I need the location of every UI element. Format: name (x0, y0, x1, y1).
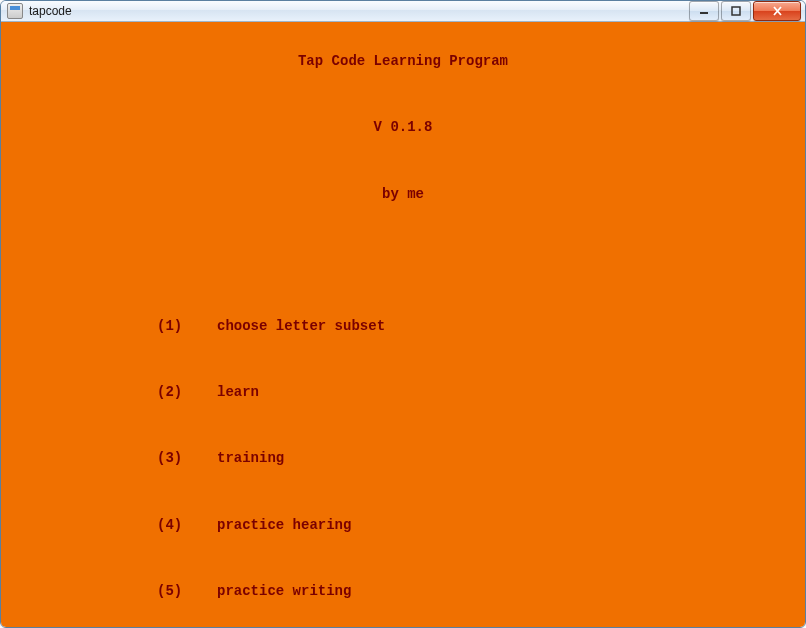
svg-rect-1 (732, 7, 740, 15)
menu-label: training (217, 450, 284, 467)
minimize-button[interactable] (689, 1, 719, 21)
menu-key: (1) (157, 318, 217, 335)
client-area: Tap Code Learning Program V 0.1.8 by me … (1, 22, 805, 628)
terminal[interactable]: Tap Code Learning Program V 0.1.8 by me … (7, 28, 799, 628)
titlebar[interactable]: tapcode (1, 1, 805, 22)
window-buttons (689, 1, 801, 21)
header-title: Tap Code Learning Program (7, 53, 799, 70)
menu-item[interactable]: (2)learn (7, 384, 799, 401)
header-author: by me (7, 186, 799, 203)
menu-label: practice hearing (217, 517, 351, 534)
menu-key: (2) (157, 384, 217, 401)
menu-item[interactable]: (4)practice hearing (7, 517, 799, 534)
header-version: V 0.1.8 (7, 119, 799, 136)
svg-rect-0 (700, 12, 708, 14)
app-icon (7, 3, 23, 19)
menu-item[interactable]: (5)practice writing (7, 583, 799, 600)
app-window: tapcode Tap Code Learning Program V 0.1.… (0, 0, 806, 628)
menu-key: (4) (157, 517, 217, 534)
window-title: tapcode (29, 4, 689, 18)
maximize-button[interactable] (721, 1, 751, 21)
menu-item[interactable]: (3)training (7, 450, 799, 467)
close-button[interactable] (753, 1, 801, 21)
menu-item[interactable]: (1)choose letter subset (7, 318, 799, 335)
menu-label: learn (217, 384, 259, 401)
menu-key: (3) (157, 450, 217, 467)
menu-key: (5) (157, 583, 217, 600)
menu-label: practice writing (217, 583, 351, 600)
menu-label: choose letter subset (217, 318, 385, 335)
